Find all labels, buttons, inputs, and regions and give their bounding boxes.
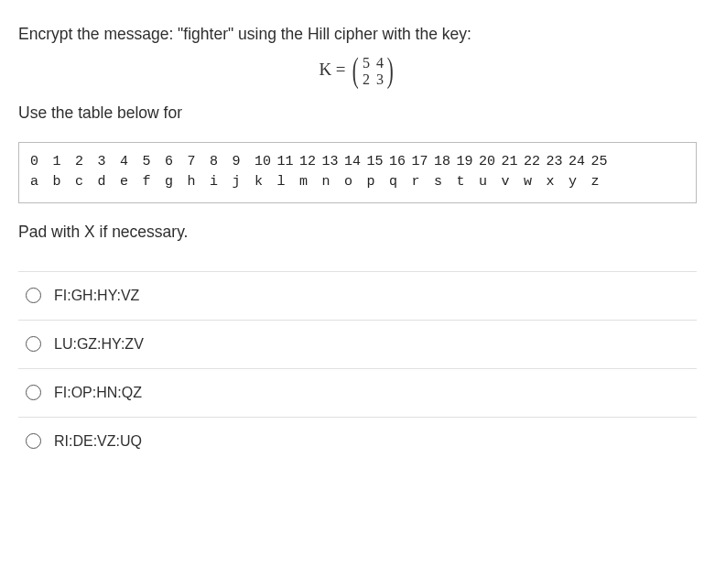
table-header-cell: 5 <box>143 152 166 173</box>
matrix-cell: 4 <box>376 55 384 71</box>
option-label: FI:OP:HN:QZ <box>54 382 142 404</box>
answer-option[interactable]: LU:GZ:HY:ZV <box>18 320 697 368</box>
answer-option[interactable]: RI:DE:VZ:UQ <box>18 417 697 465</box>
table-header-cell: 6 <box>165 152 188 173</box>
matrix-cell: 3 <box>376 71 384 88</box>
radio-icon[interactable] <box>26 336 41 352</box>
radio-icon[interactable] <box>26 288 41 303</box>
table-letter-cell: k <box>255 172 277 193</box>
table-header-cell: 12 <box>299 152 322 173</box>
table-header-cell: 4 <box>120 152 143 173</box>
pad-note: Pad with X if necessary. <box>18 220 697 244</box>
table-header-cell: 9 <box>233 152 255 173</box>
table-letter-cell: d <box>98 172 121 193</box>
table-header-row: 0123456789101112131415161718192021222324… <box>30 152 685 173</box>
paren-right: ) <box>387 54 394 85</box>
table-header-cell: 11 <box>277 152 300 173</box>
table-header-cell: 20 <box>479 152 502 173</box>
alphabet-table: 0123456789101112131415161718192021222324… <box>18 142 697 203</box>
table-letter-cell: s <box>434 172 457 193</box>
table-header-cell: 25 <box>591 152 614 173</box>
answer-option[interactable]: FI:GH:HY:VZ <box>18 271 697 320</box>
table-header-cell: 24 <box>569 152 591 173</box>
table-letter-cell: b <box>53 172 76 193</box>
table-letter-cell: m <box>299 172 322 193</box>
radio-icon[interactable] <box>26 433 41 449</box>
option-label: FI:GH:HY:VZ <box>54 285 139 307</box>
table-header-cell: 10 <box>255 152 277 173</box>
table-letter-cell: l <box>277 172 300 193</box>
table-letter-cell: y <box>569 172 591 193</box>
table-header-cell: 23 <box>547 152 569 173</box>
table-header-cell: 16 <box>389 152 412 173</box>
table-letter-cell: o <box>344 172 367 193</box>
table-letter-cell: p <box>367 172 390 193</box>
table-letter-cell: q <box>389 172 412 193</box>
table-header-cell: 19 <box>457 152 480 173</box>
table-header-cell: 18 <box>434 152 457 173</box>
table-header-cell: 15 <box>367 152 390 173</box>
table-header-cell: 0 <box>30 152 53 173</box>
table-letter-cell: t <box>457 172 480 193</box>
table-letter-cell: e <box>120 172 143 193</box>
matrix-cell: 5 <box>363 55 370 71</box>
table-letter-cell: v <box>502 172 525 193</box>
matrix-label: K = <box>319 60 345 80</box>
table-header-cell: 13 <box>322 152 345 173</box>
table-header-cell: 1 <box>53 152 76 173</box>
answer-options: FI:GH:HY:VZLU:GZ:HY:ZVFI:OP:HN:QZRI:DE:V… <box>18 271 697 465</box>
table-header-cell: 22 <box>524 152 547 173</box>
table-letter-cell: f <box>143 172 166 193</box>
table-header-cell: 21 <box>502 152 525 173</box>
radio-icon[interactable] <box>26 385 41 400</box>
table-header-cell: 3 <box>98 152 121 173</box>
table-letter-cell: g <box>165 172 188 193</box>
table-letter-cell: z <box>591 172 614 193</box>
table-letter-cell: w <box>524 172 547 193</box>
subtext: Use the table below for <box>18 101 697 125</box>
answer-option[interactable]: FI:OP:HN:QZ <box>18 368 697 417</box>
table-letter-cell: r <box>412 172 435 193</box>
option-label: LU:GZ:HY:ZV <box>54 333 144 355</box>
table-letter-cell: a <box>30 172 53 193</box>
key-matrix: K = ( 5 4 2 3 ) <box>18 55 697 88</box>
table-header-cell: 17 <box>412 152 435 173</box>
question-intro: Encrypt the message: "fighter" using the… <box>18 22 697 46</box>
table-letter-cell: n <box>322 172 345 193</box>
paren-left: ( <box>352 54 359 85</box>
option-label: RI:DE:VZ:UQ <box>54 430 142 452</box>
table-header-cell: 14 <box>344 152 367 173</box>
table-letter-cell: u <box>479 172 502 193</box>
table-letter-cell: x <box>547 172 569 193</box>
matrix-cell: 2 <box>363 71 370 88</box>
table-letter-cell: c <box>75 172 98 193</box>
table-letter-cell: j <box>233 172 255 193</box>
matrix-body: ( 5 4 2 3 ) <box>350 55 395 88</box>
table-letter-cell: i <box>210 172 233 193</box>
table-letter-row: abcdefghijklmnopqrstuvwxyz <box>30 172 685 193</box>
table-letter-cell: h <box>188 172 211 193</box>
table-header-cell: 7 <box>188 152 211 173</box>
table-header-cell: 8 <box>210 152 233 173</box>
table-header-cell: 2 <box>75 152 98 173</box>
